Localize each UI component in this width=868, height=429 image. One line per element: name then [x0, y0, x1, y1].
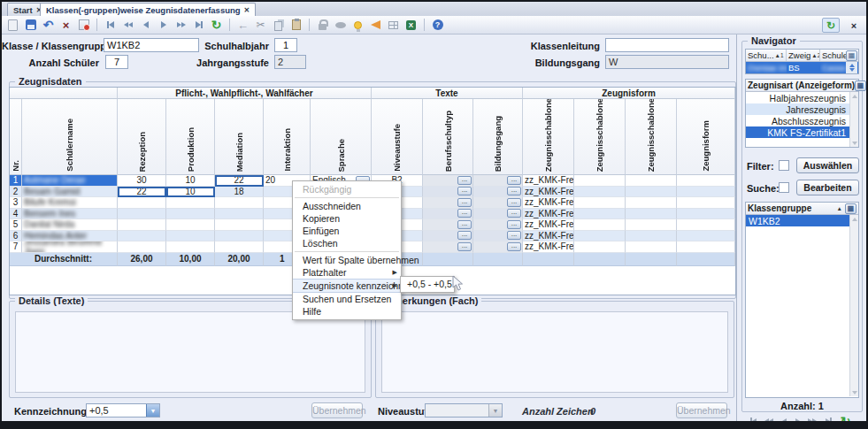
schule-table-header-schule[interactable]: Schule: [820, 50, 846, 61]
row-number-cell[interactable]: 6: [10, 231, 22, 242]
row-number-cell[interactable]: 7: [10, 241, 22, 253]
menu-item-einfuegen[interactable]: Einfügen: [293, 225, 401, 237]
bildungsgang-cell[interactable]: ...: [473, 241, 523, 253]
berufsschultyp-ellipsis-button[interactable]: ...: [457, 231, 472, 240]
paste-button[interactable]: [288, 18, 303, 33]
zeugnisschablone1-cell[interactable]: zz_KMK-Frem...: [523, 241, 574, 253]
berufsschultyp-cell[interactable]: ...: [423, 187, 473, 198]
niveaustufe-combobox[interactable]: ▼: [425, 403, 503, 418]
mediation-cell[interactable]: 18: [215, 187, 264, 198]
row-number-cell[interactable]: 2: [10, 187, 22, 198]
schule-table-row[interactable]: Osmiae im BS Casse na: [746, 62, 858, 73]
zeugnisschablone2-cell[interactable]: [574, 187, 626, 198]
table-settings-button[interactable]: ▦: [845, 203, 856, 214]
berufsschultyp-cell[interactable]: ...: [423, 241, 473, 253]
mediation-cell[interactable]: [215, 231, 264, 242]
tab-active-close-icon[interactable]: ✕: [244, 6, 250, 14]
zeugnisform-cell[interactable]: [677, 187, 735, 198]
row-number-cell[interactable]: 1: [10, 175, 22, 187]
berufsschultyp-cell[interactable]: ...: [423, 219, 473, 231]
student-name-cell[interactable]: Bensem Ines: [22, 209, 118, 220]
bildungsgang-cell[interactable]: ...: [473, 175, 523, 187]
bearbeiten-button[interactable]: Bearbeiten: [796, 180, 859, 195]
berufsschultyp-ellipsis-button[interactable]: ...: [457, 187, 472, 195]
bildungsgang-ellipsis-button[interactable]: ...: [507, 209, 521, 218]
row-number-cell[interactable]: 3: [10, 197, 22, 209]
delete-button[interactable]: ×: [58, 18, 73, 33]
zeugnisschablone1-cell[interactable]: zz_KMK-Frem...: [523, 197, 574, 209]
scroll-up-icon[interactable]: [850, 92, 858, 100]
zeugnisform-cell[interactable]: [677, 219, 735, 231]
details-textarea[interactable]: [15, 311, 365, 393]
chevron-down-icon[interactable]: ▼: [488, 404, 502, 417]
form-button[interactable]: [76, 18, 91, 33]
klassengruppe-item-selected[interactable]: W1KB2: [746, 215, 849, 226]
table-settings-button[interactable]: ▦: [855, 80, 866, 91]
produktion-cell[interactable]: [166, 219, 215, 231]
grid-button[interactable]: [386, 18, 401, 33]
zeugnisschablone3-cell[interactable]: [626, 175, 677, 187]
next-record-button[interactable]: [156, 18, 171, 33]
bildungsgang-ellipsis-button[interactable]: ...: [507, 231, 521, 240]
zeugnisschablone2-cell[interactable]: [574, 219, 626, 231]
zeugnisschablone1-cell[interactable]: zz_KMK-Frem...: [523, 175, 574, 187]
excel-export-button[interactable]: X: [403, 18, 419, 33]
row-spinner[interactable]: [846, 62, 857, 73]
produktion-cell-marked[interactable]: 10: [166, 187, 215, 198]
rezeption-cell[interactable]: [118, 197, 166, 209]
student-name-cell[interactable]: Hemindas Anter: [22, 231, 118, 242]
schule-table-header-zweig[interactable]: Zweig▲2: [787, 50, 820, 61]
zeugnisform-cell[interactable]: [677, 241, 735, 253]
hint-button[interactable]: [350, 18, 365, 33]
student-name-cell[interactable]: Danilal Nirda: [22, 219, 118, 231]
schulhalbjahr-field[interactable]: 1: [274, 38, 297, 52]
zeugnisschablone1-cell[interactable]: zz_KMK-Frem...: [523, 209, 574, 220]
zeugnisart-item[interactable]: Jahreszeugnis: [746, 103, 849, 115]
student-name-cell[interactable]: Jessandra Binsferid Jlami: [22, 241, 118, 253]
menu-item-ausschneiden[interactable]: Ausschneiden: [293, 200, 401, 212]
lock-button[interactable]: [315, 18, 330, 33]
prev-record-button[interactable]: [138, 18, 153, 33]
berufsschultyp-cell[interactable]: ...: [423, 209, 473, 220]
filter-checkbox[interactable]: [779, 160, 789, 171]
panel-close-button[interactable]: ×: [845, 18, 863, 33]
announce-button[interactable]: [368, 18, 383, 33]
scroll-up-icon[interactable]: [850, 215, 858, 223]
preview-button[interactable]: [333, 18, 348, 33]
zeugnisform-cell[interactable]: [677, 175, 735, 187]
berufsschultyp-ellipsis-button[interactable]: ...: [457, 242, 472, 251]
zeugnisschablone3-cell[interactable]: [626, 219, 677, 231]
bemerkungen-textarea[interactable]: [381, 311, 728, 393]
produktion-cell[interactable]: [166, 241, 215, 253]
bildungsgang-cell[interactable]: ...: [473, 197, 523, 209]
zeugnisschablone3-cell[interactable]: [626, 187, 677, 198]
cut-button[interactable]: ✂: [253, 18, 268, 33]
scroll-down-icon[interactable]: [850, 139, 858, 147]
help-button[interactable]: ?: [430, 18, 445, 33]
mediation-cell[interactable]: [215, 209, 264, 220]
zeugnisform-cell[interactable]: [677, 209, 735, 220]
zeugnisschablone1-cell[interactable]: zz_KMK-Frem...: [523, 219, 574, 231]
refresh-button[interactable]: ↻: [209, 18, 224, 33]
first-record-button[interactable]: [103, 18, 118, 33]
klassengruppe-header[interactable]: Klassengruppe ▲ ▦: [746, 203, 858, 215]
scroll-down-icon[interactable]: [850, 388, 858, 396]
rezeption-cell[interactable]: [118, 219, 166, 231]
berufsschultyp-cell[interactable]: ...: [423, 231, 473, 242]
student-name-cell[interactable]: Bilufe Kremsi: [22, 197, 118, 209]
berufsschultyp-ellipsis-button[interactable]: ...: [457, 176, 472, 185]
bildungsgang-ellipsis-button[interactable]: ...: [507, 242, 521, 251]
menu-item-suchen-ersetzen[interactable]: Suchen und Ersetzen: [293, 293, 401, 305]
menu-item-loeschen[interactable]: Löschen: [293, 237, 401, 249]
rezeption-cell[interactable]: [118, 241, 166, 253]
fast-prev-button[interactable]: [120, 18, 135, 33]
rezeption-cell[interactable]: 30: [118, 175, 166, 187]
zeugnisart-item-selected[interactable]: KMK FS-Zertifikat1: [746, 126, 849, 138]
menu-item-rueckgaengig[interactable]: Rückgängig: [293, 183, 401, 195]
zeugnisschablone2-cell[interactable]: [574, 241, 626, 253]
berufsschultyp-cell[interactable]: ...: [423, 197, 473, 209]
zeugnisart-item[interactable]: Abschlusszeugnis: [746, 115, 849, 126]
mediation-cell[interactable]: [215, 197, 264, 209]
zeugnisschablone2-cell[interactable]: [574, 209, 626, 220]
klassenleitung-field[interactable]: [605, 38, 729, 52]
